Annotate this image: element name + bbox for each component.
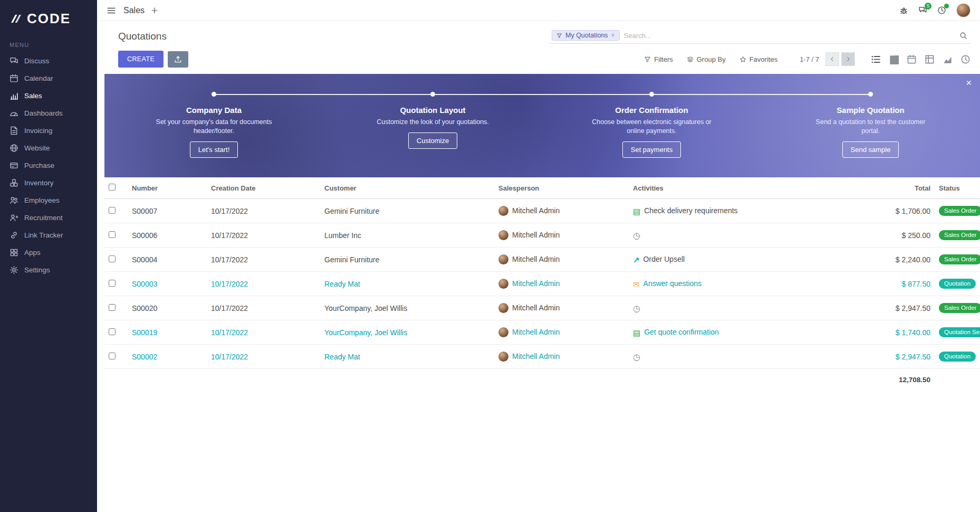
sidebar-item-sales[interactable]: Sales xyxy=(0,87,97,105)
column-header-number[interactable]: Number xyxy=(128,177,207,199)
table-row[interactable]: S00007 10/17/2022 Gemini Furniture Mitch… xyxy=(104,199,980,223)
column-header-creation-date[interactable]: Creation Date xyxy=(207,177,320,199)
export-button[interactable] xyxy=(168,51,188,68)
column-header-status[interactable]: Status xyxy=(935,177,980,199)
topbar: Sales 5 xyxy=(97,0,980,21)
search-icon[interactable] xyxy=(959,32,967,40)
messages-icon[interactable]: 5 xyxy=(918,6,927,15)
control-panel: Quotations My Quotations × CREATE xyxy=(97,21,980,74)
select-all-checkbox[interactable] xyxy=(109,184,116,191)
column-header-total[interactable]: Total xyxy=(885,177,935,199)
cell-date: 10/17/2022 xyxy=(207,223,320,248)
search-facet[interactable]: My Quotations × xyxy=(552,30,620,41)
status-badge: Quotation Sent xyxy=(939,327,980,338)
row-checkbox[interactable] xyxy=(109,255,116,262)
pager-next-button[interactable] xyxy=(841,52,855,66)
sidebar-item-website[interactable]: Website xyxy=(0,139,97,157)
row-checkbox[interactable] xyxy=(109,231,116,238)
table-row[interactable]: S00020 10/17/2022 YourCompany, Joel Will… xyxy=(104,296,980,320)
favorites-button[interactable]: Favorites xyxy=(739,55,777,63)
add-tab-icon[interactable] xyxy=(151,7,158,14)
activity-clock-icon[interactable]: ◷ xyxy=(633,305,640,313)
activity-chart-icon[interactable]: ↗ xyxy=(633,257,640,264)
group-by-button[interactable]: Group By xyxy=(687,55,726,63)
sidebar-item-discuss[interactable]: Discuss xyxy=(0,52,97,70)
filter-funnel-icon xyxy=(556,33,562,39)
boxes-icon xyxy=(9,178,18,187)
kanban-view-icon xyxy=(889,54,899,64)
set-payments-button[interactable]: Set payments xyxy=(622,141,681,158)
salesperson-avatar xyxy=(498,254,508,264)
sidebar-item-settings[interactable]: Settings xyxy=(0,261,97,279)
table-row[interactable]: S00002 10/17/2022 Ready Mat Mitchell Adm… xyxy=(104,345,980,369)
filter-funnel-icon xyxy=(644,56,651,63)
create-button[interactable]: CREATE xyxy=(118,51,164,68)
sidebar-item-calendar[interactable]: Calendar xyxy=(0,70,97,87)
column-header-salesperson[interactable]: Salesperson xyxy=(494,177,629,199)
brand-logo[interactable]: CODE xyxy=(0,0,97,35)
debug-bug-icon[interactable] xyxy=(899,6,908,15)
sidebar-item-label: Website xyxy=(24,144,50,152)
step-dot xyxy=(430,92,435,97)
filters-button[interactable]: Filters xyxy=(644,55,672,63)
cell-number: S00007 xyxy=(128,199,207,223)
search-bar[interactable]: My Quotations × xyxy=(549,29,971,44)
step-title: Order Confirmation xyxy=(615,106,688,115)
sidebar-item-employees[interactable]: Employees xyxy=(0,192,97,209)
sidebar-item-label: Dashboards xyxy=(24,109,63,117)
sidebar-item-link-tracker[interactable]: Link Tracker xyxy=(0,226,97,244)
table-row[interactable]: S00006 10/17/2022 Lumber Inc Mitchell Ad… xyxy=(104,223,980,248)
sidebar-item-inventory[interactable]: Inventory xyxy=(0,174,97,192)
cell-status: Sales Order xyxy=(935,296,980,320)
graph-view-button[interactable] xyxy=(943,54,953,64)
app-window: CODE MENU Discuss Calendar Sales Dashboa… xyxy=(0,0,980,512)
calendar-view-button[interactable] xyxy=(907,54,917,64)
table-row[interactable]: S00003 10/17/2022 Ready Mat Mitchell Adm… xyxy=(104,272,980,296)
search-input[interactable] xyxy=(624,32,955,40)
table-row[interactable]: S00004 10/17/2022 Gemini Furniture Mitch… xyxy=(104,248,980,272)
sidebar-item-purchase[interactable]: Purchase xyxy=(0,157,97,174)
user-avatar[interactable] xyxy=(956,3,971,17)
sidebar-item-dashboards[interactable]: Dashboards xyxy=(0,105,97,122)
cell-status: Sales Order xyxy=(935,199,980,223)
column-header-activities[interactable]: Activities xyxy=(629,177,885,199)
activity-list-icon[interactable]: ▤ xyxy=(633,329,640,337)
sidebar-item-recruitment[interactable]: Recruitment xyxy=(0,209,97,226)
sidebar-item-apps[interactable]: Apps xyxy=(0,244,97,261)
lets-start-button[interactable]: Let's start! xyxy=(190,141,238,158)
quotations-table: Number Creation Date Customer Salesperso… xyxy=(104,177,980,391)
activities-clock-icon[interactable] xyxy=(937,6,946,15)
facet-remove-icon[interactable]: × xyxy=(611,32,615,39)
current-app-name[interactable]: Sales xyxy=(123,6,145,15)
pager-range: 1-7 / 7 xyxy=(800,55,819,63)
activity-view-button[interactable] xyxy=(960,54,971,64)
activity-clock-icon[interactable]: ◷ xyxy=(633,232,640,240)
status-badge: Sales Order xyxy=(939,230,980,241)
cell-total: $ 877.50 xyxy=(885,272,935,296)
list-view-button[interactable] xyxy=(871,54,881,64)
send-sample-button[interactable]: Send sample xyxy=(842,141,899,158)
table-row[interactable]: S00019 10/17/2022 YourCompany, Joel Will… xyxy=(104,320,980,345)
salesperson-avatar xyxy=(498,352,508,362)
column-header-customer[interactable]: Customer xyxy=(320,177,494,199)
status-badge: Sales Order xyxy=(939,254,980,265)
pivot-view-button[interactable] xyxy=(925,54,935,64)
hamburger-menu-icon[interactable] xyxy=(107,6,116,15)
sidebar-item-invoicing[interactable]: Invoicing xyxy=(0,122,97,139)
customize-button[interactable]: Customize xyxy=(408,132,457,149)
row-checkbox[interactable] xyxy=(109,353,116,359)
pager-previous-button[interactable] xyxy=(825,52,839,66)
row-checkbox[interactable] xyxy=(109,207,116,214)
salesperson-avatar xyxy=(498,303,508,313)
activity-view-icon xyxy=(960,54,971,64)
chevron-right-icon xyxy=(845,56,851,62)
row-checkbox[interactable] xyxy=(109,280,116,287)
row-checkbox[interactable] xyxy=(109,328,116,335)
row-checkbox[interactable] xyxy=(109,304,116,311)
activity-clock-icon[interactable]: ◷ xyxy=(633,353,640,362)
activity-mail-icon[interactable]: ✉ xyxy=(633,281,640,289)
activity-list-icon[interactable]: ▤ xyxy=(633,208,640,216)
page-title: Quotations xyxy=(118,31,167,42)
kanban-view-button[interactable] xyxy=(889,54,899,64)
sidebar-nav: Discuss Calendar Sales Dashboards Invoic… xyxy=(0,52,97,279)
